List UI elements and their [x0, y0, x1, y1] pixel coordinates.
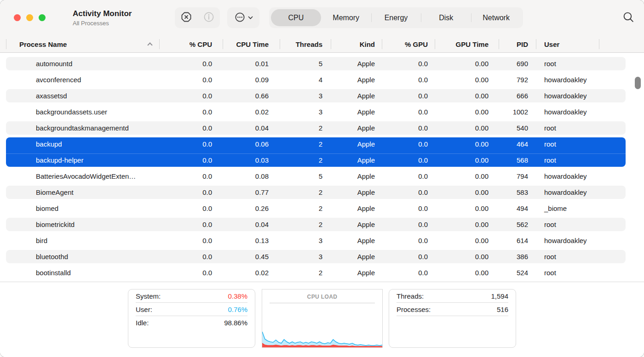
cell-user: root [536, 57, 599, 70]
process-row-automountd[interactable]: automountd0.00.015Apple0.00.00690root [6, 57, 626, 70]
tab-energy[interactable]: Energy [371, 9, 421, 26]
cell-user: root [536, 218, 599, 231]
search-button[interactable] [620, 10, 637, 26]
process-row-backgroundassets.user[interactable]: backgroundassets.user0.00.023Apple0.00.0… [6, 105, 626, 119]
column-header-threads[interactable]: Threads [280, 36, 331, 52]
process-row-biometrickitd[interactable]: biometrickitd0.00.042Apple0.00.00562root [6, 218, 626, 231]
cell-gpu: 0.0 [382, 105, 435, 119]
cell-pid: 494 [499, 202, 536, 215]
stat-label: Idle: [136, 319, 149, 327]
cell-user: _biome [536, 202, 599, 215]
cell-cpu_time: 0.13 [223, 234, 280, 247]
table-header: Process Name% CPUCPU TimeThreadsKind% GP… [0, 36, 644, 53]
tab-cpu[interactable]: CPU [271, 9, 321, 26]
stat-row: Threads: 1,594 [397, 289, 508, 303]
close-button[interactable] [14, 14, 21, 21]
stat-value: 0.38% [228, 292, 247, 300]
cell-cpu_time: 0.02 [223, 266, 280, 279]
process-row-backupd[interactable]: backupd0.00.062Apple0.00.00464root [6, 137, 626, 151]
column-header-cpu[interactable]: % CPU [159, 36, 223, 52]
cell-cpu: 0.0 [159, 137, 223, 151]
column-header-user[interactable]: User [536, 36, 599, 52]
stat-row: System: 0.38% [136, 289, 247, 303]
tab-label: Energy [385, 14, 408, 22]
process-row-backgroundtaskmanagementd[interactable]: backgroundtaskmanagementd0.00.042Apple0.… [6, 121, 626, 135]
cell-cpu: 0.0 [159, 105, 223, 119]
process-row-avconferenced[interactable]: avconferenced0.00.094Apple0.00.00792howa… [6, 73, 626, 86]
scrollbar-thumb[interactable] [635, 77, 641, 89]
tab-network[interactable]: Network [471, 9, 521, 26]
stat-row: Processes: 516 [397, 303, 508, 316]
cell-gpu: 0.0 [382, 234, 435, 247]
cell-user: howardoakley [536, 73, 599, 86]
cpu-usage-stats: System: 0.38% User: 0.76% Idle: 98.86% [128, 289, 255, 348]
info-icon [203, 11, 215, 24]
stat-label: System: [136, 292, 161, 300]
cell-gpu: 0.0 [382, 73, 435, 86]
column-label: GPU Time [456, 40, 489, 48]
column-label: User [544, 40, 559, 48]
cell-gpu: 0.0 [382, 121, 435, 135]
tab-label: CPU [288, 14, 304, 22]
cell-cpu_time: 0.03 [223, 153, 280, 167]
process-row-axassetsd[interactable]: axassetsd0.00.663Apple0.00.00666howardoa… [6, 89, 626, 102]
zoom-button[interactable] [39, 14, 46, 21]
cell-pid: 568 [499, 153, 536, 167]
more-options-button[interactable] [227, 7, 259, 28]
cell-kind: Apple [331, 234, 382, 247]
column-header-cpu_time[interactable]: CPU Time [223, 36, 280, 52]
tab-memory[interactable]: Memory [321, 9, 371, 26]
chart-title-rule [270, 303, 375, 303]
stat-value: 1,594 [491, 292, 508, 300]
stop-process-button[interactable] [175, 7, 197, 28]
cell-gpu: 0.0 [382, 202, 435, 215]
cell-pid: 1002 [499, 105, 536, 119]
process-row-bird[interactable]: bird0.00.133Apple0.00.00614howardoakley [6, 234, 626, 247]
column-label: CPU Time [236, 40, 269, 48]
cell-gpu: 0.0 [382, 266, 435, 279]
cell-user: root [536, 250, 599, 263]
minimize-button[interactable] [26, 14, 33, 21]
column-header-name[interactable]: Process Name [6, 36, 159, 52]
process-row-backupd-helper[interactable]: backupd-helper0.00.032Apple0.00.00568roo… [6, 153, 626, 167]
cell-threads: 2 [280, 202, 331, 215]
cell-user: root [536, 266, 599, 279]
cell-cpu: 0.0 [159, 266, 223, 279]
process-row-BatteriesAvocadoWidgetExten…[interactable]: BatteriesAvocadoWidgetExten…0.00.085Appl… [6, 170, 626, 183]
window-subtitle: All Processes [73, 20, 132, 27]
column-header-pid[interactable]: PID [499, 36, 536, 52]
process-row-bluetoothd[interactable]: bluetoothd0.00.453Apple0.00.00386root [6, 250, 626, 263]
tab-disk[interactable]: Disk [421, 9, 471, 26]
cell-cpu_time: 0.26 [223, 202, 280, 215]
chart-title: CPU LOAD [262, 294, 382, 300]
cell-user: root [536, 137, 599, 151]
cpu-load-graph [262, 320, 382, 347]
activity-monitor-window: Activity Monitor All Processes [0, 0, 644, 357]
process-row-BiomeAgent[interactable]: BiomeAgent0.00.772Apple0.00.00583howardo… [6, 186, 626, 199]
stat-label: User: [136, 306, 152, 313]
cell-name: automountd [6, 57, 159, 70]
cell-kind: Apple [331, 202, 382, 215]
cell-gpu_time: 0.00 [435, 89, 499, 102]
cell-kind: Apple [331, 73, 382, 86]
cell-gpu_time: 0.00 [435, 73, 499, 86]
cell-kind: Apple [331, 266, 382, 279]
column-header-gpu_time[interactable]: GPU Time [435, 36, 499, 52]
column-header-gpu[interactable]: % GPU [382, 36, 435, 52]
cell-cpu: 0.0 [159, 250, 223, 263]
column-label: PID [517, 40, 528, 48]
tab-label: Disk [439, 14, 453, 22]
column-header-kind[interactable]: Kind [331, 36, 382, 52]
cell-cpu_time: 0.04 [223, 218, 280, 231]
cell-gpu_time: 0.00 [435, 170, 499, 183]
cell-name: bird [6, 234, 159, 247]
toolbar: Activity Monitor All Processes [0, 0, 644, 36]
cell-kind: Apple [331, 186, 382, 199]
process-row-bootinstalld[interactable]: bootinstalld0.00.022Apple0.00.00524root [6, 266, 626, 279]
process-row-biomed[interactable]: biomed0.00.262Apple0.00.00494_biome [6, 202, 626, 215]
inspect-process-button[interactable] [197, 7, 220, 28]
sort-ascending-icon [147, 42, 152, 47]
cell-pid: 464 [499, 137, 536, 151]
cell-user: root [536, 121, 599, 135]
cell-name: backupd-helper [6, 153, 159, 167]
